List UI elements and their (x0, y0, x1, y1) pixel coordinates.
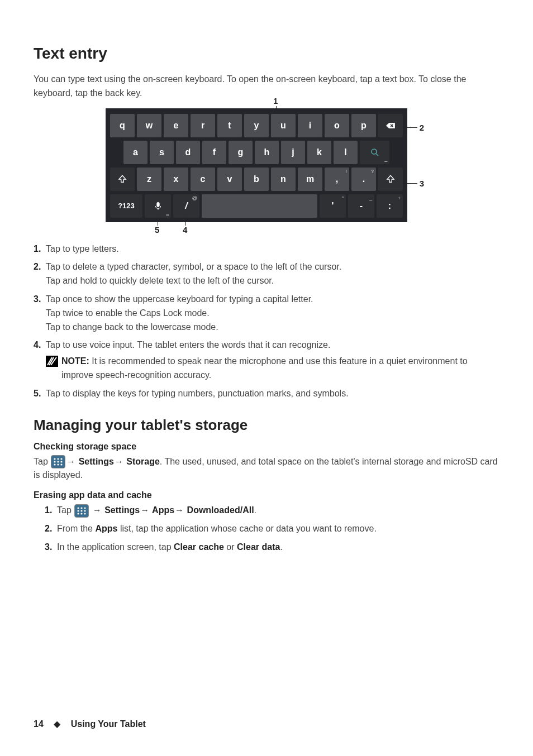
key-c: c (191, 168, 215, 191)
key-u: u (271, 114, 296, 137)
mic-icon (153, 201, 163, 211)
svg-point-21 (84, 513, 86, 514)
page-footer: 14 ◆ Using Your Tablet (34, 719, 146, 729)
legend-item-2: 2.Tap to delete a typed character, symbo… (46, 260, 499, 288)
svg-point-6 (61, 458, 63, 460)
key-f: f (202, 141, 226, 164)
apps-icon (74, 504, 89, 518)
key-r: r (191, 114, 215, 137)
erase-step-2: 2.From the Apps list, tap the applicatio… (57, 522, 499, 536)
key-z: z (137, 168, 161, 191)
subheading-erase-cache: Erasing app data and cache (34, 490, 499, 500)
check-storage-paragraph: Tap → Settings→ Storage. The used, unuse… (34, 455, 499, 483)
svg-line-1 (376, 154, 378, 156)
key-i: i (298, 114, 322, 137)
key-period: .? (351, 168, 376, 191)
key-search: ... (360, 141, 389, 164)
key-s: s (150, 141, 174, 164)
key-y: y (244, 114, 269, 137)
keyboard-legend-list: 1.Tap to type letters. 2.Tap to delete a… (34, 242, 499, 401)
key-b: b (244, 168, 269, 191)
svg-point-10 (54, 464, 56, 466)
svg-point-5 (58, 458, 59, 460)
shift-icon (386, 174, 396, 184)
key-apostrophe: '" (320, 194, 346, 218)
svg-point-19 (78, 513, 79, 514)
key-m: m (298, 168, 322, 191)
key-slash: /@ (173, 194, 199, 218)
svg-point-14 (81, 507, 83, 509)
svg-point-13 (78, 507, 79, 509)
svg-point-4 (54, 458, 56, 460)
svg-point-15 (84, 507, 86, 509)
key-q: q (110, 114, 135, 137)
search-icon (370, 147, 380, 157)
svg-point-20 (81, 513, 83, 514)
key-w: w (137, 114, 161, 137)
key-a: a (123, 141, 147, 164)
svg-point-11 (58, 464, 59, 466)
key-d: d (176, 141, 200, 164)
key-shift-left (110, 168, 135, 191)
svg-point-0 (372, 149, 377, 154)
erase-step-3: 3.In the application screen, tap Clear c… (57, 540, 499, 554)
key-space (202, 194, 317, 218)
key-l: l (334, 141, 358, 164)
intro-paragraph: You can type text using the on-screen ke… (34, 73, 499, 101)
shift-icon (117, 174, 127, 184)
section-title-storage: Managing your tablet's storage (34, 417, 499, 434)
key-n: n (271, 168, 296, 191)
key-e: e (164, 114, 188, 137)
svg-point-12 (61, 464, 63, 466)
callout-3-label: 3 (420, 179, 424, 188)
key-v: v (217, 168, 242, 191)
key-dash: -_ (348, 194, 374, 218)
section-title-text-entry: Text entry (34, 45, 499, 63)
callout-5-label: 5 (155, 225, 159, 235)
callout-4-label: 4 (183, 225, 187, 235)
key-voice: ... (145, 194, 171, 218)
key-t: t (217, 114, 242, 137)
erase-steps-list: 1.Tap → Settings→ Apps→ Downloaded/All. … (45, 504, 499, 554)
legend-item-4: 4.Tap to use voice input. The tablet ent… (46, 338, 499, 382)
callout-2-label: 2 (420, 123, 424, 132)
note-block: NOTE: It is recommended to speak near th… (46, 355, 499, 382)
key-g: g (229, 141, 253, 164)
svg-point-8 (58, 461, 59, 463)
svg-point-7 (54, 461, 56, 463)
footer-section-title: Using Your Tablet (71, 719, 146, 729)
callout-1-label: 1 (273, 96, 278, 106)
backspace-icon (386, 121, 396, 131)
key-numsym: ?123 (110, 194, 142, 218)
key-j: j (281, 141, 305, 164)
key-colon: :+ (377, 194, 403, 218)
subheading-check-storage: Checking storage space (34, 442, 499, 452)
svg-point-18 (84, 510, 86, 511)
svg-rect-2 (156, 202, 159, 207)
svg-point-17 (81, 510, 83, 511)
svg-point-9 (61, 461, 63, 463)
svg-point-16 (78, 510, 79, 511)
legend-item-5: 5.Tap to display the keys for typing num… (46, 387, 499, 401)
key-k: k (307, 141, 331, 164)
key-comma: ,! (325, 168, 349, 191)
key-h: h (255, 141, 279, 164)
note-icon (46, 356, 58, 367)
legend-item-3: 3.Tap once to show the uppercase keyboar… (46, 293, 499, 334)
key-p: p (351, 114, 376, 137)
key-o: o (325, 114, 349, 137)
key-shift-right (378, 168, 403, 191)
keyboard-illustration: 1 2 3 4 5 q w e r t y u i o p (88, 108, 445, 222)
page-number: 14 (34, 719, 44, 729)
key-backspace (378, 114, 403, 137)
apps-icon (51, 455, 65, 468)
footer-diamond: ◆ (54, 719, 60, 729)
legend-item-1: 1.Tap to type letters. (46, 242, 499, 256)
erase-step-1: 1.Tap → Settings→ Apps→ Downloaded/All. (57, 504, 499, 518)
key-x: x (164, 168, 188, 191)
